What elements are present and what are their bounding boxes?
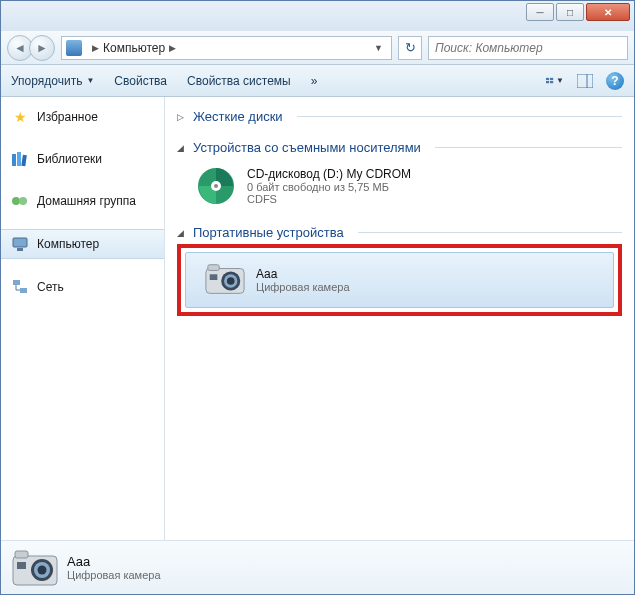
star-icon: ★ xyxy=(11,108,29,126)
svg-rect-4 xyxy=(577,74,593,88)
annotation-highlight: Aaa Цифровая камера xyxy=(177,244,622,316)
svg-rect-8 xyxy=(21,155,26,166)
svg-rect-23 xyxy=(210,274,218,280)
refresh-button[interactable]: ↻ xyxy=(398,36,422,60)
address-bar[interactable]: ▶ Компьютер ▶ ▼ xyxy=(61,36,392,60)
sidebar-item-label: Компьютер xyxy=(37,237,99,251)
sidebar-item-homegroup[interactable]: Домашняя группа xyxy=(1,187,164,215)
drive-title: CD-дисковод (D:) My CDROM xyxy=(247,167,411,181)
details-pane: Aaa Цифровая камера xyxy=(1,540,634,594)
content-pane: ▷ Жесткие диски ◢ Устройства со съемными… xyxy=(165,97,634,540)
libraries-icon xyxy=(11,150,29,168)
section-title: Портативные устройства xyxy=(193,225,344,240)
homegroup-icon xyxy=(11,192,29,210)
section-removable: ◢ Устройства со съемными носителями CD-д… xyxy=(177,136,622,213)
sidebar-item-libraries[interactable]: Библиотеки xyxy=(1,145,164,173)
svg-rect-3 xyxy=(550,81,553,83)
section-header[interactable]: ◢ Устройства со съемными носителями xyxy=(177,136,622,159)
system-properties-button[interactable]: Свойства системы xyxy=(187,74,291,88)
section-hard-disks: ▷ Жесткие диски xyxy=(177,105,622,128)
chevron-right-icon[interactable]: ▶ xyxy=(169,43,176,53)
sidebar-item-network[interactable]: Сеть xyxy=(1,273,164,301)
camera-icon xyxy=(11,549,55,587)
svg-rect-7 xyxy=(17,152,21,166)
toolbar: Упорядочить▼ Свойства Свойства системы »… xyxy=(1,65,634,97)
svg-rect-6 xyxy=(12,154,16,166)
computer-icon xyxy=(11,235,29,253)
svg-point-22 xyxy=(227,277,235,285)
device-item-camera[interactable]: Aaa Цифровая камера xyxy=(185,252,614,308)
svg-rect-1 xyxy=(550,77,553,79)
section-title: Жесткие диски xyxy=(193,109,283,124)
section-header[interactable]: ▷ Жесткие диски xyxy=(177,105,622,128)
preview-pane-button[interactable] xyxy=(576,73,594,89)
titlebar: ─ □ ✕ xyxy=(1,1,634,31)
sidebar-item-computer[interactable]: Компьютер xyxy=(1,229,164,259)
sidebar-item-label: Сеть xyxy=(37,280,64,294)
svg-rect-0 xyxy=(546,77,549,79)
toolbar-overflow[interactable]: » xyxy=(311,74,318,88)
device-title: Aaa xyxy=(256,267,350,281)
drive-filesystem: CDFS xyxy=(247,193,411,205)
cd-drive-icon xyxy=(195,165,237,207)
chevron-down-icon: ◢ xyxy=(177,143,187,153)
chevron-right-icon: ▶ xyxy=(92,43,99,53)
view-options-button[interactable]: ▼ xyxy=(546,73,564,89)
main-area: ★ Избранное Библиотеки Домашняя группа xyxy=(1,97,634,540)
camera-icon xyxy=(204,259,246,301)
svg-rect-14 xyxy=(20,288,27,293)
minimize-button[interactable]: ─ xyxy=(526,3,554,21)
svg-point-9 xyxy=(12,197,20,205)
sidebar-item-label: Избранное xyxy=(37,110,98,124)
details-subtitle: Цифровая камера xyxy=(67,569,161,581)
help-button[interactable]: ? xyxy=(606,72,624,90)
sidebar-item-label: Библиотеки xyxy=(37,152,102,166)
section-header[interactable]: ◢ Портативные устройства xyxy=(177,221,622,244)
navigation-pane: ★ Избранное Библиотеки Домашняя группа xyxy=(1,97,165,540)
address-dropdown[interactable]: ▼ xyxy=(370,43,387,53)
svg-rect-2 xyxy=(546,81,549,83)
search-input[interactable] xyxy=(435,41,621,55)
drive-free-space: 0 байт свободно из 5,75 МБ xyxy=(247,181,411,193)
close-button[interactable]: ✕ xyxy=(586,3,630,21)
svg-point-10 xyxy=(19,197,27,205)
svg-point-17 xyxy=(214,184,218,188)
sidebar-item-label: Домашняя группа xyxy=(37,194,136,208)
chevron-down-icon: ▼ xyxy=(556,76,564,85)
drive-item-cd[interactable]: CD-дисковод (D:) My CDROM 0 байт свободн… xyxy=(177,159,622,213)
explorer-window: ─ □ ✕ ◄ ► ▶ Компьютер ▶ ▼ ↻ Упорядочить▼… xyxy=(0,0,635,595)
svg-rect-29 xyxy=(17,562,26,569)
forward-button[interactable]: ► xyxy=(29,35,55,61)
details-title: Aaa xyxy=(67,554,161,569)
svg-rect-13 xyxy=(13,280,20,285)
svg-rect-11 xyxy=(13,238,27,247)
organize-button[interactable]: Упорядочить▼ xyxy=(11,74,94,88)
chevron-down-icon: ▼ xyxy=(86,76,94,85)
navbar: ◄ ► ▶ Компьютер ▶ ▼ ↻ xyxy=(1,31,634,65)
network-icon xyxy=(11,278,29,296)
sidebar-item-favorites[interactable]: ★ Избранное xyxy=(1,103,164,131)
device-subtitle: Цифровая камера xyxy=(256,281,350,293)
chevron-down-icon: ◢ xyxy=(177,228,187,238)
svg-rect-25 xyxy=(15,551,28,558)
chevron-right-icon: ▷ xyxy=(177,112,187,122)
properties-button[interactable]: Свойства xyxy=(114,74,167,88)
search-box[interactable] xyxy=(428,36,628,60)
svg-point-28 xyxy=(38,565,47,574)
svg-rect-19 xyxy=(208,265,219,271)
maximize-button[interactable]: □ xyxy=(556,3,584,21)
breadcrumb-location[interactable]: Компьютер xyxy=(103,41,165,55)
computer-icon xyxy=(66,40,82,56)
svg-rect-12 xyxy=(17,248,23,251)
section-portable: ◢ Портативные устройства Aaa Цифровая ка… xyxy=(177,221,622,316)
section-title: Устройства со съемными носителями xyxy=(193,140,421,155)
